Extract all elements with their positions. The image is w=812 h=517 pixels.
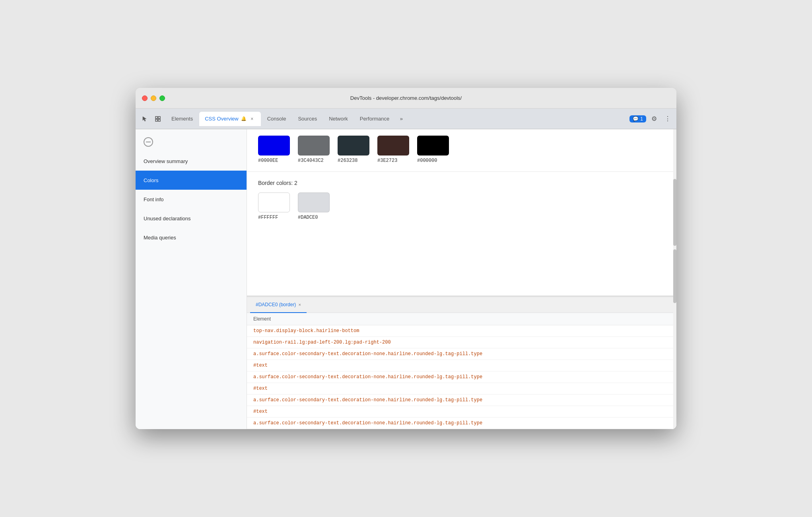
more-options-button[interactable]: ⋮ xyxy=(662,113,673,124)
content-area: #0000EE #3C4043C2 #263238 #3E2723 xyxy=(247,129,676,429)
sidebar: Overview summary Colors Font info Unused… xyxy=(136,129,247,429)
traffic-lights xyxy=(142,95,165,101)
swatch-white[interactable]: #FFFFFF xyxy=(258,192,290,220)
table-row[interactable]: a.surface.color-secondary-text.decoratio… xyxy=(247,371,676,383)
sidebar-item-overview-summary[interactable]: Overview summary xyxy=(136,152,247,171)
tab-console[interactable]: Console xyxy=(262,112,292,126)
message-icon: 💬 xyxy=(633,116,639,122)
swatch-dark-gray[interactable]: #3C4043C2 xyxy=(298,136,330,163)
swatch-brown[interactable]: #3E2723 xyxy=(377,136,409,163)
sidebar-item-media-queries-label: Media queries xyxy=(144,235,176,241)
table-row[interactable]: top-nav.display-block.hairline-bottom xyxy=(247,325,676,337)
devtools-window: DevTools - developer.chrome.com/tags/dev… xyxy=(136,88,676,429)
sidebar-item-unused-declarations[interactable]: Unused declarations xyxy=(136,209,247,228)
table-row[interactable]: #text xyxy=(247,383,676,395)
svg-rect-3 xyxy=(158,119,160,121)
tab-elements-label: Elements xyxy=(171,116,193,122)
gear-icon: ⚙ xyxy=(651,115,657,122)
svg-rect-0 xyxy=(155,117,157,119)
tab-css-overview-label: CSS Overview xyxy=(205,116,239,122)
minimize-button[interactable] xyxy=(151,95,156,101)
tab-sources-label: Sources xyxy=(298,116,317,122)
swatch-black[interactable]: #000000 xyxy=(417,136,449,163)
bottom-tabbar: #DADCE0 (border) × xyxy=(247,297,676,313)
sidebar-item-overview-summary-label: Overview summary xyxy=(144,158,188,164)
svg-rect-2 xyxy=(155,119,157,121)
white-swatch[interactable] xyxy=(258,192,290,212)
top-color-swatches: #0000EE #3C4043C2 #263238 #3E2723 xyxy=(247,129,676,172)
main-layout: Overview summary Colors Font info Unused… xyxy=(136,129,676,429)
table-row[interactable]: a.surface.color-secondary-text.decoratio… xyxy=(247,395,676,406)
bottom-tab-label: #DADCE0 (border) xyxy=(256,302,296,307)
tab-elements[interactable]: Elements xyxy=(166,112,198,126)
dark-blue-swatch[interactable] xyxy=(338,136,369,155)
no-entry-icon xyxy=(144,137,153,147)
bottom-scrollbar-thumb[interactable] xyxy=(673,249,676,303)
dots-icon: ⋮ xyxy=(664,115,671,122)
sidebar-item-colors-label: Colors xyxy=(144,177,159,183)
brown-label: #3E2723 xyxy=(377,158,397,163)
tab-performance[interactable]: Performance xyxy=(354,112,395,126)
sidebar-item-unused-declarations-label: Unused declarations xyxy=(144,216,191,222)
black-label: #000000 xyxy=(417,158,437,163)
tab-sources[interactable]: Sources xyxy=(292,112,322,126)
dark-gray-swatch[interactable] xyxy=(298,136,330,155)
bottom-scrollbar-track[interactable] xyxy=(673,249,676,429)
tabbar-right: 💬 1 ⚙ ⋮ xyxy=(629,113,673,124)
border-colors-heading: Border colors: 2 xyxy=(258,180,665,186)
tab-network-label: Network xyxy=(329,116,348,122)
bottom-panel: #DADCE0 (border) × Element top-nav.displ… xyxy=(247,296,676,429)
elements-table: Element top-nav.display-block.hairline-b… xyxy=(247,313,676,429)
cursor-icon[interactable] xyxy=(139,113,150,124)
maximize-button[interactable] xyxy=(159,95,165,101)
brown-swatch[interactable] xyxy=(377,136,409,155)
message-count: 1 xyxy=(640,116,643,122)
swatch-light-gray[interactable]: #DADCE0 xyxy=(298,192,330,220)
table-row[interactable]: a.surface.color-secondary-text.decoratio… xyxy=(247,348,676,360)
tabbar: Elements CSS Overview 🔔 × Console Source… xyxy=(136,109,676,129)
table-row[interactable]: #text xyxy=(247,406,676,418)
sidebar-item-font-info[interactable]: Font info xyxy=(136,190,247,209)
tab-css-overview[interactable]: CSS Overview 🔔 × xyxy=(199,112,261,126)
border-swatches-row: #FFFFFF #DADCE0 xyxy=(258,192,665,220)
swatch-blue[interactable]: #0000EE xyxy=(258,136,290,163)
sidebar-item-media-queries[interactable]: Media queries xyxy=(136,228,247,247)
message-badge[interactable]: 💬 1 xyxy=(629,115,646,122)
border-colors-section: Border colors: 2 #FFFFFF #DADCE0 xyxy=(247,172,676,228)
black-swatch[interactable] xyxy=(417,136,449,155)
white-label: #FFFFFF xyxy=(258,215,278,220)
dark-blue-label: #263238 xyxy=(338,158,357,163)
light-gray-swatch[interactable] xyxy=(298,192,330,212)
table-row[interactable]: navigation-rail.lg:pad-left-200.lg:pad-r… xyxy=(247,337,676,348)
settings-button[interactable]: ⚙ xyxy=(649,113,660,124)
titlebar: DevTools - developer.chrome.com/tags/dev… xyxy=(136,88,676,109)
sidebar-item-font-info-label: Font info xyxy=(144,196,164,202)
color-swatches-row: #0000EE #3C4043C2 #263238 #3E2723 xyxy=(258,136,665,163)
inspect-icon[interactable] xyxy=(152,113,163,124)
sidebar-item-colors[interactable]: Colors xyxy=(136,171,247,190)
table-header-label: Element xyxy=(253,316,271,322)
tab-console-label: Console xyxy=(267,116,286,122)
tab-network[interactable]: Network xyxy=(323,112,354,126)
close-button[interactable] xyxy=(142,95,148,101)
table-row[interactable]: a.surface.color-secondary-text.decoratio… xyxy=(247,418,676,429)
tab-css-overview-close[interactable]: × xyxy=(249,116,255,122)
bottom-tab-dadce0[interactable]: #DADCE0 (border) × xyxy=(250,297,307,313)
light-gray-label: #DADCE0 xyxy=(298,215,318,220)
more-tabs-button[interactable]: » xyxy=(396,113,407,124)
table-header: Element xyxy=(247,313,676,325)
bell-icon: 🔔 xyxy=(241,116,247,121)
scrollbar-thumb[interactable] xyxy=(673,179,676,245)
blue-label: #0000EE xyxy=(258,158,278,163)
blue-swatch[interactable] xyxy=(258,136,290,155)
svg-rect-1 xyxy=(158,117,160,119)
swatch-dark-blue[interactable]: #263238 xyxy=(338,136,369,163)
bottom-tab-close[interactable]: × xyxy=(298,302,301,307)
tab-performance-label: Performance xyxy=(360,116,389,122)
dark-gray-label: #3C4043C2 xyxy=(298,158,324,163)
upper-content: #0000EE #3C4043C2 #263238 #3E2723 xyxy=(247,129,676,296)
sidebar-disabled-icon xyxy=(136,132,247,152)
table-row[interactable]: #text xyxy=(247,360,676,371)
window-title: DevTools - developer.chrome.com/tags/dev… xyxy=(350,95,462,101)
